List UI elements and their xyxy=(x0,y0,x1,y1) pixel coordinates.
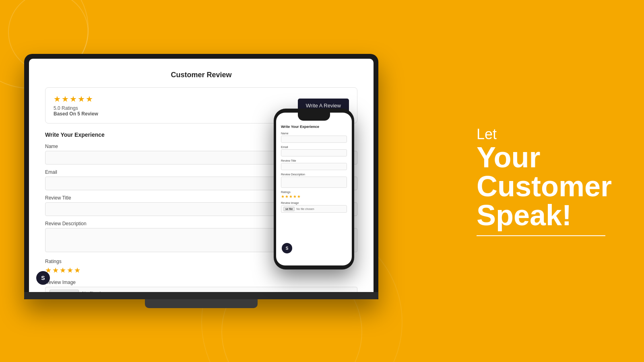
phone-email-label: Email xyxy=(281,146,347,148)
phone-name-label: Name xyxy=(281,132,347,135)
choose-file-button[interactable]: Choose file xyxy=(50,290,79,292)
phone-notch xyxy=(298,113,330,121)
rating-stars: ★★★★★ xyxy=(54,94,98,104)
phone-file-area: se file No file chosen xyxy=(281,205,347,213)
phone-ratings-group: Ratings ★★★★★ xyxy=(281,191,347,199)
phone-content: Write Your Experience Name Email Review … xyxy=(276,121,352,220)
phone-ratings-stars[interactable]: ★★★★★ xyxy=(281,194,347,199)
phone-frame: Write Your Experience Name Email Review … xyxy=(274,109,354,269)
phone-review-desc-group: Review Description xyxy=(281,173,347,188)
phone-screen: Write Your Experience Name Email Review … xyxy=(276,113,352,265)
phone-review-desc-textarea[interactable] xyxy=(281,177,347,188)
phone-name-group: Name xyxy=(281,132,347,143)
phone-shopify-icon: S xyxy=(282,243,292,253)
phone-review-title-group: Review Title xyxy=(281,159,347,170)
main-container: Customer Review ★★★★★ 5.0 Ratings Based … xyxy=(0,0,644,362)
phone-review-title-label: Review Title xyxy=(281,159,347,162)
review-image-group: Review Image Choose file No file chosen xyxy=(45,280,357,292)
phone-review-desc-label: Review Description xyxy=(281,173,347,176)
headline-text: YourCustomerSpeak! xyxy=(477,143,612,230)
laptop-stand xyxy=(145,299,258,308)
phone-review-image-group: Review Image se file No file chosen xyxy=(281,202,347,213)
phone-form-section-title: Write Your Experience xyxy=(281,125,347,129)
phone-name-input[interactable] xyxy=(281,136,347,143)
phone-email-group: Email xyxy=(281,146,347,156)
file-input-area: Choose file No file chosen xyxy=(45,287,357,292)
phone-review-title-input[interactable] xyxy=(281,163,347,170)
phone-choose-file-button[interactable]: se file xyxy=(283,207,295,211)
rating-info: 5.0 Ratings Based On 5 Review xyxy=(54,105,98,117)
rating-value: 5.0 Ratings xyxy=(54,105,98,111)
rating-left: ★★★★★ 5.0 Ratings Based On 5 Review xyxy=(54,94,98,117)
phone-no-file-text: No file chosen xyxy=(296,208,314,210)
phone-shopify-icon-letter: S xyxy=(286,246,289,251)
right-text-section: Let YourCustomerSpeak! xyxy=(477,126,612,236)
phone-wrapper: Write Your Experience Name Email Review … xyxy=(274,109,354,269)
review-image-label: Review Image xyxy=(45,280,357,285)
rating-based: Based On 5 Review xyxy=(54,111,98,117)
shopify-icon-letter: S xyxy=(41,275,45,281)
no-file-text: No file chosen xyxy=(82,291,113,292)
laptop-base xyxy=(24,292,378,299)
divider-line xyxy=(477,235,605,236)
review-section-title: Customer Review xyxy=(45,71,357,79)
let-text: Let xyxy=(477,126,612,143)
phone-review-image-label: Review Image xyxy=(281,202,347,204)
phone-email-input[interactable] xyxy=(281,149,347,156)
shopify-icon: S xyxy=(36,271,50,285)
phone-ratings-label: Ratings xyxy=(281,191,347,193)
